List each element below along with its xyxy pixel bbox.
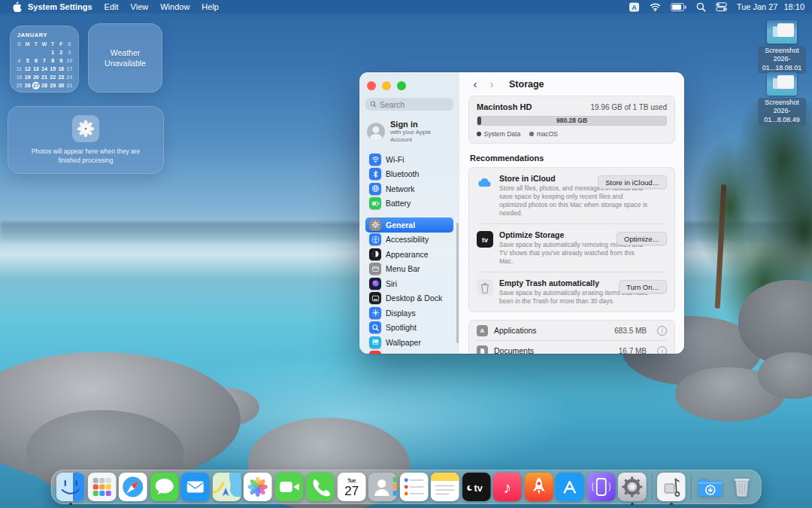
weather-widget[interactable]: Weather Unavailable	[88, 23, 162, 93]
dock-safari-icon[interactable]	[119, 473, 147, 501]
dock-app-store-icon[interactable]	[556, 473, 584, 501]
apple-menu-icon[interactable]	[12, 2, 22, 12]
calendar-day[interactable]: 11	[15, 65, 23, 73]
wifi-icon	[369, 154, 381, 166]
active-app-name[interactable]: System Settings	[28, 2, 92, 11]
calendar-day[interactable]: 16	[57, 65, 65, 73]
dock-contacts-icon[interactable]	[368, 473, 397, 501]
minimize-button[interactable]	[382, 81, 391, 90]
control-center-icon[interactable]	[716, 2, 727, 11]
optimize-button[interactable]: Optimize…	[617, 232, 667, 245]
sidebar-item-battery[interactable]: Battery	[365, 196, 453, 211]
dock-launchpad-icon[interactable]	[87, 473, 116, 501]
calendar-day[interactable]: 6	[32, 56, 40, 65]
turn-on-button[interactable]: Turn On…	[619, 280, 667, 294]
dock-music-icon[interactable]: ♪	[493, 473, 522, 501]
calendar-day[interactable]: 20	[32, 73, 40, 81]
calendar-day[interactable]: 9	[57, 56, 65, 65]
calendar-day[interactable]: 21	[40, 73, 48, 81]
desktop-file-screenshot-1[interactable]: Screenshot 2026-01...18.08.01	[758, 20, 806, 74]
calendar-day[interactable]: 24	[65, 73, 74, 81]
battery-icon[interactable]	[671, 3, 686, 11]
dock-photos-icon[interactable]	[244, 473, 272, 501]
sidebar-item-wallpaper[interactable]: Wallpaper	[365, 335, 453, 350]
dock-downloads-icon[interactable]	[696, 473, 725, 501]
sidebar-item-siri[interactable]: Siri	[365, 276, 453, 291]
info-button[interactable]: i	[657, 326, 667, 336]
storage-usage-bar: 980.28 GB	[477, 116, 667, 126]
calendar-day[interactable]: 18	[15, 73, 23, 81]
back-button[interactable]: ‹	[468, 78, 482, 91]
calendar-day[interactable]: 13	[32, 65, 40, 73]
sign-in-row[interactable]: Sign in with your Apple Account	[365, 111, 453, 152]
calendar-day[interactable]: 29	[49, 81, 57, 90]
menu-window[interactable]: Window	[160, 2, 189, 11]
dock-games-icon[interactable]	[524, 473, 553, 501]
calendar-day[interactable]: 2	[57, 48, 65, 56]
dock-maps-icon[interactable]	[212, 473, 241, 501]
dock-trash-icon[interactable]	[727, 473, 756, 501]
calendar-day[interactable]: 12	[23, 65, 32, 73]
sidebar-item-general[interactable]: General	[365, 217, 453, 233]
calendar-day[interactable]: 17	[65, 65, 74, 73]
zoom-button[interactable]	[397, 81, 406, 90]
search-icon[interactable]	[696, 2, 706, 12]
menu-help[interactable]: Help	[201, 2, 219, 11]
dock-mail-icon[interactable]	[181, 473, 210, 501]
close-button[interactable]	[367, 81, 376, 90]
sidebar-item-bluetooth[interactable]: Bluetooth	[365, 167, 453, 182]
sidebar-item-network[interactable]: Network	[365, 181, 453, 196]
calendar-day[interactable]: 4	[15, 56, 23, 65]
search-input[interactable]: Search	[365, 98, 453, 111]
dock-installer-icon[interactable]	[657, 473, 686, 501]
calendar-day[interactable]: 23	[57, 73, 65, 81]
calendar-day[interactable]: 14	[40, 65, 48, 73]
photos-widget[interactable]: Photos will appear here when they are fi…	[8, 106, 164, 174]
dock-phone-icon[interactable]	[306, 473, 335, 501]
dock-system-settings-icon[interactable]	[618, 473, 647, 501]
dock-iphone-mirroring-icon[interactable]	[586, 473, 615, 501]
sidebar-item-menu-bar[interactable]: Menu Bar	[365, 262, 453, 277]
dock-facetime-icon[interactable]	[274, 473, 303, 501]
sidebar-item-notifications[interactable]: Notifications	[365, 350, 453, 354]
desktop-file-screenshot-2[interactable]: Screenshot 2026-01...8.08.49	[758, 72, 806, 126]
dock-calendar-icon[interactable]: Tue27	[337, 473, 365, 501]
calendar-day[interactable]: 5	[23, 56, 32, 65]
dock-finder-icon[interactable]	[56, 473, 85, 501]
calendar-day[interactable]: 28	[40, 81, 48, 90]
menu-bar-clock[interactable]: Tue Jan 27 18:10	[737, 2, 804, 11]
calendar-day[interactable]: 8	[49, 56, 57, 65]
sidebar-item-desktop-dock[interactable]: Desktop & Dock	[365, 291, 453, 306]
wifi-icon[interactable]	[650, 2, 661, 11]
calendar-day[interactable]: 25	[15, 81, 23, 90]
menu-view[interactable]: View	[131, 2, 149, 11]
calendar-today[interactable]: 27	[32, 81, 40, 90]
sidebar-item-label: Siri	[386, 279, 397, 288]
calendar-widget[interactable]: JANUARY SMTWTFS1234567891011121314151617…	[10, 26, 79, 93]
calendar-day[interactable]: 31	[65, 81, 74, 90]
calendar-day[interactable]: 7	[40, 56, 48, 65]
dock-notes-icon[interactable]	[431, 473, 459, 501]
input-source-icon[interactable]: A	[629, 2, 640, 13]
sidebar-item-accessibility[interactable]: Accessibility	[365, 233, 453, 248]
sidebar-scrollbar[interactable]	[456, 223, 459, 343]
calendar-day[interactable]: 1	[49, 48, 57, 56]
dock-tv-icon[interactable]: tv	[462, 473, 490, 501]
dock-messages-icon[interactable]	[150, 473, 178, 501]
sidebar-item-spotlight[interactable]: Spotlight	[365, 321, 453, 336]
calendar-day[interactable]: 15	[49, 65, 57, 73]
sidebar-item-appearance[interactable]: Appearance	[365, 247, 453, 262]
calendar-day[interactable]: 22	[49, 73, 57, 81]
menu-edit[interactable]: Edit	[105, 2, 119, 11]
forward-button[interactable]: ›	[485, 78, 498, 91]
calendar-day[interactable]: 26	[23, 81, 32, 90]
store-in-icloud-button[interactable]: Store in iCloud…	[598, 175, 667, 189]
calendar-day[interactable]: 30	[57, 81, 65, 90]
sidebar-item-wifi[interactable]: Wi-Fi	[365, 152, 453, 167]
dock-reminders-icon[interactable]	[399, 473, 428, 501]
calendar-day[interactable]: 10	[65, 56, 74, 65]
info-button[interactable]: i	[657, 346, 667, 354]
calendar-day[interactable]: 3	[65, 48, 74, 56]
sidebar-item-displays[interactable]: Displays	[365, 306, 453, 321]
calendar-day[interactable]: 19	[23, 73, 32, 81]
